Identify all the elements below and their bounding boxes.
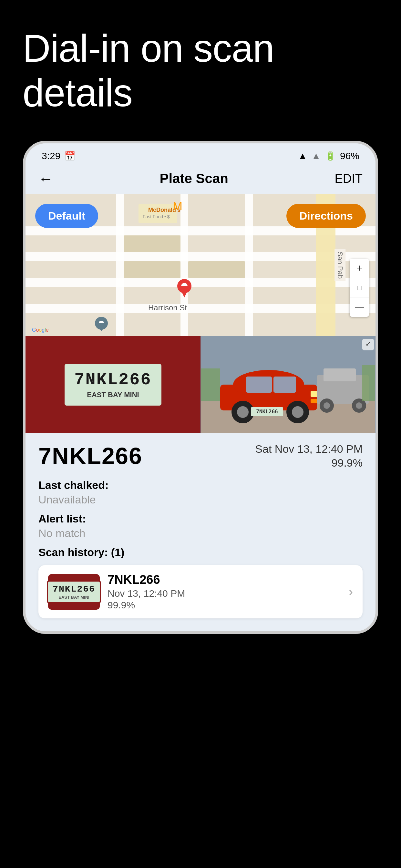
zoom-in-button[interactable]: + xyxy=(350,259,369,278)
svg-point-40 xyxy=(356,402,362,409)
page-title: Plate Scan xyxy=(159,171,228,186)
plate-number-big: 7NKL266 xyxy=(38,443,143,469)
calendar-icon: 📅 xyxy=(64,151,75,161)
svg-rect-7 xyxy=(245,194,253,336)
history-date: Nov 13, 12:40 PM xyxy=(107,588,341,599)
back-button[interactable]: ← xyxy=(38,170,53,187)
alert-list-value: No match xyxy=(38,527,363,539)
alert-list-label: Alert list: xyxy=(38,513,363,525)
edit-button[interactable]: EDIT xyxy=(335,172,363,186)
svg-text:M: M xyxy=(173,199,182,213)
info-section: 7NKL266 Sat Nov 13, 12:40 PM 99.9% Last … xyxy=(26,433,375,631)
plate-photo[interactable]: 7NKL266 EAST BAY MINI xyxy=(26,336,201,433)
svg-rect-10 xyxy=(124,236,181,252)
history-plate-number: 7NKL266 xyxy=(107,573,341,587)
plate-subtitle-text: EAST BAY MINI xyxy=(74,391,151,399)
zoom-number-icon: □ xyxy=(357,283,361,292)
scan-meta: Sat Nov 13, 12:40 PM 99.9% xyxy=(255,443,363,469)
google-text: Google xyxy=(32,327,49,333)
nav-bar: ← Plate Scan EDIT xyxy=(26,165,375,194)
svg-text:⤢: ⤢ xyxy=(366,340,371,347)
history-plate-thumbnail: 7NKL266 EAST BAY MINI xyxy=(48,574,100,610)
svg-rect-42 xyxy=(362,365,375,401)
svg-rect-27 xyxy=(246,376,272,393)
road-label: San Pab xyxy=(335,249,345,281)
last-chalked-label: Last chalked: xyxy=(38,479,363,492)
scan-history-label: Scan history: (1) xyxy=(38,546,363,559)
car-photo[interactable]: 7NKL266 ⤢ xyxy=(201,336,375,433)
alert-list-row: Alert list: No match xyxy=(38,513,363,539)
svg-rect-5 xyxy=(116,194,124,336)
history-confidence: 99.9% xyxy=(107,600,341,611)
last-chalked-row: Last chalked: Unavailable xyxy=(38,479,363,506)
car-scene-svg: 7NKL266 ⤢ xyxy=(201,336,375,433)
map-default-button[interactable]: Default xyxy=(35,204,98,228)
battery-pct: 96% xyxy=(340,151,359,161)
map-zoom-controls: + □ — xyxy=(350,259,369,317)
signal-icon: ▲ xyxy=(312,151,320,161)
plate-display: 7NKL266 EAST BAY MINI xyxy=(63,362,163,407)
hero-section: Dial-in on scan details xyxy=(0,0,401,134)
svg-text:Harrison St: Harrison St xyxy=(148,303,187,312)
svg-text:Fast Food • $: Fast Food • $ xyxy=(143,214,170,219)
svg-point-30 xyxy=(237,406,249,418)
chevron-right-icon: › xyxy=(349,585,353,599)
status-bar: 3:29 📅 ▲ ▲ 🔋 96% xyxy=(26,144,375,165)
map-directions-button[interactable]: Directions xyxy=(286,204,366,228)
scan-date: Sat Nov 13, 12:40 PM xyxy=(255,443,363,455)
scan-confidence: 99.9% xyxy=(255,457,363,469)
history-plate-sub: EAST BAY MINI xyxy=(53,595,95,600)
wifi-icon: ▲ xyxy=(298,151,307,161)
zoom-out-button[interactable]: — xyxy=(350,298,369,317)
svg-rect-6 xyxy=(181,194,188,336)
plate-number-on-plate: 7NKL266 xyxy=(74,370,151,390)
history-card[interactable]: 7NKL266 EAST BAY MINI 7NKL266 Nov 13, 12… xyxy=(38,565,363,618)
history-details: 7NKL266 Nov 13, 12:40 PM 99.9% xyxy=(107,573,341,611)
history-plate-inner: 7NKL266 EAST BAY MINI xyxy=(47,580,101,603)
google-logo: Google xyxy=(32,327,49,333)
hero-title: Dial-in on scan details xyxy=(23,26,378,115)
zoom-number-button[interactable]: □ xyxy=(350,278,369,298)
status-right: ▲ ▲ 🔋 96% xyxy=(298,151,359,161)
status-time: 3:29 xyxy=(42,151,60,161)
svg-rect-36 xyxy=(323,368,356,381)
svg-point-32 xyxy=(292,406,304,418)
photos-row: 7NKL266 EAST BAY MINI xyxy=(26,336,375,433)
svg-rect-41 xyxy=(201,368,220,401)
svg-rect-9 xyxy=(124,261,181,278)
svg-text:7NKL266: 7NKL266 xyxy=(256,408,278,414)
svg-rect-28 xyxy=(274,376,296,393)
history-plate-text: 7NKL266 xyxy=(53,584,95,594)
last-chalked-value: Unavailable xyxy=(38,493,363,506)
status-left: 3:29 📅 xyxy=(42,151,75,161)
plate-info-row: 7NKL266 Sat Nov 13, 12:40 PM 99.9% xyxy=(38,443,363,469)
svg-point-38 xyxy=(323,402,330,409)
svg-rect-11 xyxy=(188,261,245,278)
battery-icon: 🔋 xyxy=(325,151,335,161)
map-area[interactable]: McDonald's Fast Food • $ M Harrison St D… xyxy=(26,194,375,336)
phone-mockup: 3:29 📅 ▲ ▲ 🔋 96% ← Plate Scan EDIT xyxy=(23,141,378,634)
phone-wrapper: 3:29 📅 ▲ ▲ 🔋 96% ← Plate Scan EDIT xyxy=(0,141,401,634)
